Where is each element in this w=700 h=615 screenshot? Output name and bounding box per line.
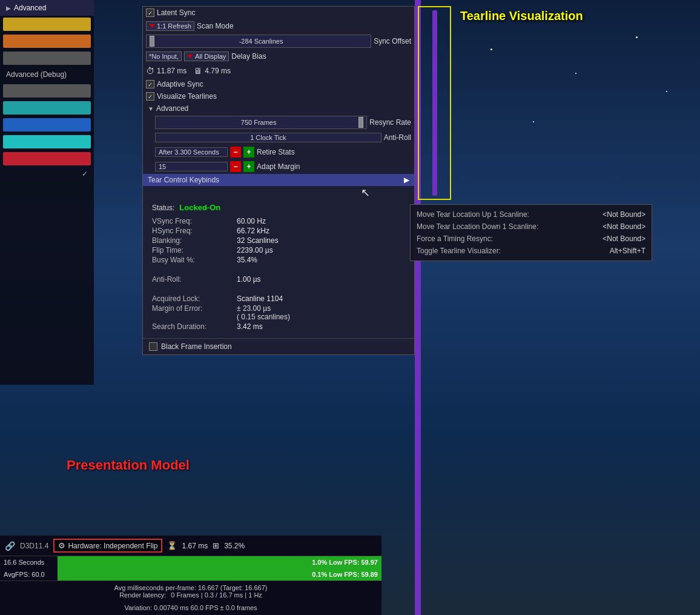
star xyxy=(533,121,534,122)
sidebar-bar-gray2 xyxy=(3,84,91,98)
advanced-subsection-header[interactable]: ▼ Advanced xyxy=(143,102,414,115)
acquired-lock-value: Scanline 1104 xyxy=(237,294,405,303)
resync-rate-thumb[interactable] xyxy=(358,117,363,128)
flip-time-value: 2239.00 µs xyxy=(237,246,405,254)
adaptive-sync-label: Adaptive Sync xyxy=(157,80,203,88)
delay-bias-label: Delay Bias xyxy=(231,52,266,61)
fps-low1-label: 1.0% Low FPS: 59.97 xyxy=(312,559,378,566)
retire-stats-input[interactable]: After 3.300 Seconds xyxy=(155,147,228,157)
stats-grid: VSync Freq: 60.00 Hz HSync Freq: 66.72 k… xyxy=(152,217,405,331)
all-display-select[interactable]: All Display xyxy=(184,52,229,61)
sidebar-check: ✓ xyxy=(0,167,94,181)
acquired-lock-label: Acquired Lock: xyxy=(152,294,237,303)
blanking-label: Blanking: xyxy=(152,236,237,245)
margin-error-value: ± 23.00 µs xyxy=(237,304,405,313)
keybind-toggle-value: Alt+Shift+T xyxy=(610,247,646,255)
spacer2 xyxy=(237,265,405,274)
sidebar-bar-red xyxy=(3,152,91,165)
bfi-row[interactable]: Black Frame Insertion xyxy=(143,338,414,354)
latent-sync-row[interactable]: ✓ Latent Sync xyxy=(143,7,414,19)
visualize-tearlines-row[interactable]: ✓ Visualize Tearlines xyxy=(143,90,414,102)
vsync-freq-label: VSync Freq: xyxy=(152,217,237,225)
retire-stats-row: After 3.300 Seconds − + Retire Stats xyxy=(152,145,414,159)
hsync-freq-value: 66.72 kHz xyxy=(237,227,405,235)
tearline-title: Tearline Visualization xyxy=(460,9,583,23)
avg-fps-value: 60.0 xyxy=(31,571,44,578)
margin-scanlines-value: ( 0.15 scanlines) xyxy=(237,313,405,321)
sidebar-bar-teal xyxy=(3,101,91,115)
no-input-select[interactable]: *No Input, xyxy=(146,52,182,61)
adaptive-sync-checkbox[interactable]: ✓ xyxy=(146,80,154,88)
keybinds-panel: Move Tear Location Up 1 Scanline: <Not B… xyxy=(410,204,652,261)
adapt-margin-input[interactable]: 15 xyxy=(155,162,228,171)
advanced-subsection-label: Advanced xyxy=(156,104,188,113)
sidebar-item-advanced-debug-label: Advanced (Debug) xyxy=(6,70,67,79)
keybind-move-down-row: Move Tear Location Down 1 Scanline: <Not… xyxy=(417,221,646,233)
bfi-label: Black Frame Insertion xyxy=(161,342,232,351)
delay-bias-row: *No Input, All Display Delay Bias xyxy=(143,49,414,64)
scan-mode-arrow-icon xyxy=(149,24,155,28)
presentation-model-label: Presentation Model xyxy=(67,457,190,473)
adapt-margin-plus-button[interactable]: + xyxy=(243,161,254,172)
star xyxy=(575,73,576,74)
hsync-freq-label: HSync Freq: xyxy=(152,227,237,235)
keybind-force-resync-row: Force a Timing Resync: <Not Bound> xyxy=(417,233,646,245)
bfi-checkbox[interactable] xyxy=(149,342,157,351)
keybind-force-resync-value: <Not Bound> xyxy=(603,234,646,243)
adapt-margin-minus-button[interactable]: − xyxy=(230,161,241,172)
scan-mode-label: Scan Mode xyxy=(197,22,234,30)
adapt-margin-label: Adapt Margin xyxy=(257,162,300,171)
latent-sync-checkbox[interactable]: ✓ xyxy=(146,8,154,17)
blanking-value: 32 Scanlines xyxy=(237,236,405,245)
all-display-value: All Display xyxy=(195,53,226,60)
spacer1 xyxy=(152,265,237,274)
scan-mode-value: 1:1 Refresh xyxy=(157,22,191,30)
monitor-icon: 🖥 xyxy=(194,66,202,76)
sync-offset-value: -284 Scanlines xyxy=(154,38,368,45)
bottom-row1: 🔗 D3D11.4 ⚙ Hardware: Independent Flip ⏳… xyxy=(0,536,381,556)
main-settings-panel: ✓ Latent Sync 1:1 Refresh Scan Mode -284… xyxy=(142,6,415,355)
variation-row: Variation: 0.00740 ms 60.0 FPS ± 0.0 fra… xyxy=(0,602,381,615)
sync-offset-slider[interactable]: -284 Scanlines xyxy=(146,35,371,48)
cursor-icon: ↖ xyxy=(361,186,370,199)
keybinds-label: Tear Control Keybinds xyxy=(148,176,219,184)
keybinds-row[interactable]: Tear Control Keybinds ▶ xyxy=(143,174,414,186)
adapt-margin-value: 15 xyxy=(159,163,166,170)
advanced-subsection: 750 Frames Resync Rate 1 Clock Tick Anti… xyxy=(143,115,414,174)
sync-offset-thumb[interactable] xyxy=(150,36,154,47)
retire-stats-minus-button[interactable]: − xyxy=(230,147,241,158)
all-display-arrow-icon xyxy=(187,55,193,58)
percent-label: 35.2% xyxy=(224,542,245,550)
tearline-bar xyxy=(432,10,437,196)
visualize-tearlines-checkbox[interactable]: ✓ xyxy=(146,92,154,101)
search-duration-value: 3.42 ms xyxy=(237,322,405,331)
avg-ms-label: Avg milliseconds per-frame: 16.667 (Targ… xyxy=(6,584,375,591)
visualize-tearlines-label: Visualize Tearlines xyxy=(157,92,217,101)
sidebar: ▶ Advanced Advanced (Debug) ✓ xyxy=(0,0,94,385)
retire-stats-plus-button[interactable]: + xyxy=(243,147,254,158)
anti-roll-stat-value: 1.00 µs xyxy=(237,275,405,284)
hw-flip-box: ⚙ Hardware: Independent Flip xyxy=(53,539,162,553)
time2-value: 4.79 ms xyxy=(205,67,231,75)
keybind-move-up-value: <Not Bound> xyxy=(603,210,646,219)
anti-roll-slider[interactable]: 1 Clock Tick xyxy=(155,133,381,142)
sidebar-item-advanced[interactable]: ▶ Advanced xyxy=(0,0,94,16)
latent-sync-label: Latent Sync xyxy=(157,8,195,17)
margin-error-label: Margin of Error: xyxy=(152,304,237,321)
spacer4 xyxy=(237,285,405,293)
advanced-triangle-icon: ▼ xyxy=(148,105,154,112)
bottom-status-bar: 🔗 D3D11.4 ⚙ Hardware: Independent Flip ⏳… xyxy=(0,536,381,615)
anti-roll-stat-label: Anti-Roll: xyxy=(152,275,237,284)
scan-mode-select[interactable]: 1:1 Refresh xyxy=(146,21,194,31)
retire-stats-value: After 3.300 Seconds xyxy=(159,148,219,156)
resync-rate-slider[interactable]: 750 Frames xyxy=(155,116,367,129)
sync-offset-row: -284 Scanlines Sync Offset xyxy=(143,33,414,49)
sidebar-item-advanced-debug[interactable]: Advanced (Debug) xyxy=(0,67,94,82)
spacer3 xyxy=(152,285,237,293)
busy-wait-label: Busy Wait %: xyxy=(152,256,237,264)
d3d-label: D3D11.4 xyxy=(20,542,48,550)
clock-icon: ⏱ xyxy=(146,66,154,76)
adaptive-sync-row[interactable]: ✓ Adaptive Sync xyxy=(143,78,414,90)
avg-fps-label: AvgFPS: 60.0 xyxy=(0,570,58,579)
avg-fps-key: AvgFPS: xyxy=(4,571,30,578)
